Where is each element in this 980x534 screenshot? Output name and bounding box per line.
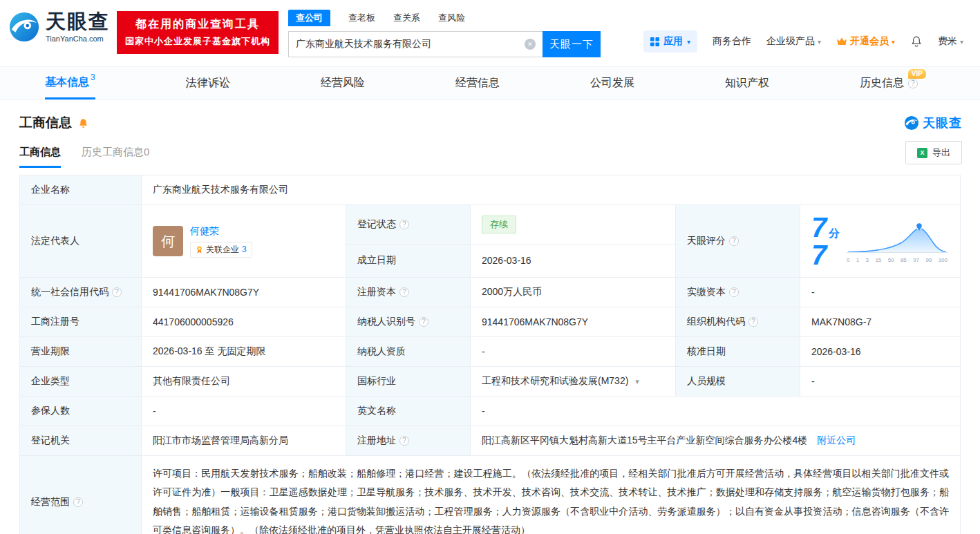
clear-icon[interactable]: ✕	[525, 39, 536, 50]
score-number: 77 分	[811, 213, 840, 269]
chart-tick: 97	[913, 257, 919, 263]
staff-size-value-cell: -	[800, 367, 961, 397]
help-icon[interactable]: ?	[748, 317, 758, 327]
nav-enterprise[interactable]: 企业级产品 ▾	[766, 35, 821, 48]
tab-intellectual-property[interactable]: 知识产权	[725, 67, 769, 99]
field-label: 注册资本	[357, 286, 396, 297]
help-icon[interactable]: ?	[729, 236, 739, 246]
subtab-business-registration[interactable]: 工商信息	[19, 137, 61, 168]
company-tab-bar: 基本信息 3 法律诉讼 经营风险 经营信息 公司发展 知识产权 历史信息 ? V…	[0, 66, 980, 100]
logo-domain: TianYanCha.com	[46, 35, 110, 43]
tianyancha-logo[interactable]: 天眼查 TianYanCha.com	[8, 11, 110, 43]
nav-user-label: 费米	[938, 35, 957, 48]
field-value: 91441706MAK7N08G7Y	[153, 287, 259, 298]
field-value: -	[811, 376, 815, 387]
field-value: 2026-03-16	[811, 346, 861, 357]
avatar[interactable]: 何	[153, 226, 183, 256]
field-label: 纳税人资质	[357, 345, 406, 356]
notifications-bell-icon[interactable]	[910, 35, 923, 48]
chevron-down-icon: ▾	[960, 38, 963, 46]
tab-history-info-label: 历史信息	[860, 76, 904, 90]
related-count: 3	[242, 245, 247, 254]
field-label: 英文名称	[357, 405, 396, 416]
chart-tick: 3	[866, 257, 869, 263]
chevron-down-icon: ▾	[892, 38, 895, 46]
search-input[interactable]	[296, 39, 525, 50]
related-companies-badge[interactable]: 关联企业 3	[190, 242, 252, 258]
search-tab-relation[interactable]: 查关系	[393, 10, 420, 26]
field-label: 组织机构代码	[687, 316, 745, 327]
tab-basic-info[interactable]: 基本信息 3	[45, 67, 95, 99]
chevron-down-icon[interactable]: ▾	[635, 377, 639, 385]
tab-history-info[interactable]: 历史信息 ? VIP	[860, 67, 918, 99]
reg-status-value-cell: 存续	[471, 205, 676, 245]
help-icon[interactable]: ?	[399, 436, 409, 446]
credit-code-label-cell: 统一社会信用代码?	[20, 278, 142, 307]
field-label: 企业类型	[31, 375, 70, 386]
help-icon[interactable]: ?	[73, 497, 83, 507]
business-term-value-cell: 2026-03-16 至 无固定期限	[142, 337, 346, 367]
chart-tick: 0	[847, 257, 849, 263]
table-row: 经营范围? 许可项目：民用航天发射技术服务；船舶改装；船舶修理；港口经营；建设工…	[20, 456, 961, 534]
apps-menu[interactable]: 应用 ▾	[643, 30, 697, 53]
field-value: 91441706MAK7N08G7Y	[482, 316, 588, 327]
business-scope-text: 许可项目：民用航天发射技术服务；船舶改装；船舶修理；港口经营；建设工程施工。（依…	[153, 464, 949, 534]
field-value: 其他有限责任公司	[153, 375, 230, 386]
help-icon[interactable]: ?	[399, 220, 409, 229]
help-icon[interactable]: ?	[729, 287, 739, 297]
crown-icon	[836, 37, 847, 46]
tab-legal[interactable]: 法律诉讼	[186, 67, 230, 99]
help-icon[interactable]: ?	[399, 287, 409, 297]
nav-cooperation[interactable]: 商务合作	[713, 35, 751, 48]
search-button[interactable]: 天眼一下	[543, 31, 601, 57]
search-tab-risk[interactable]: 查风险	[438, 10, 465, 26]
field-label: 登记机关	[31, 435, 70, 446]
field-value: MAK7N08G-7	[811, 316, 871, 327]
staff-size-label-cell: 人员规模	[676, 367, 800, 397]
tab-company-development[interactable]: 公司发展	[590, 67, 634, 99]
field-label: 统一社会信用代码	[31, 286, 109, 297]
nav-open-vip[interactable]: 开通会员 ▾	[836, 35, 895, 48]
table-row: 法定代表人 何 何健荣 关联企业 3 登记状态? 存续 天眼评分?	[20, 205, 961, 245]
tianyancha-logo-icon	[8, 11, 40, 43]
subtab-history-registration[interactable]: 历史工商信息0	[82, 137, 149, 168]
logo-name: 天眼查	[46, 11, 110, 33]
score-value-cell: 77 分 0 1 3 15	[800, 205, 961, 278]
tianyancha-watermark-icon	[904, 115, 919, 131]
industry-value-cell: 工程和技术研究和试验发展(M732) ▾	[471, 367, 676, 397]
field-value: 阳江市市场监督管理局高新分局	[153, 435, 288, 446]
tab-business-info[interactable]: 经营信息	[455, 67, 500, 99]
search-tab-boss[interactable]: 查老板	[348, 10, 375, 26]
help-icon[interactable]: ?	[112, 287, 122, 297]
business-info-table: 企业名称 广东商业航天技术服务有限公司 法定代表人 何 何健荣 关联企业 3 登…	[19, 175, 961, 534]
search-tab-company[interactable]: 查公司	[288, 10, 330, 26]
legal-rep-link[interactable]: 何健荣	[190, 225, 219, 238]
help-icon[interactable]: ?	[908, 79, 918, 88]
english-name-value-cell: -	[471, 397, 961, 426]
watermark-logo: 天眼查	[904, 115, 962, 131]
insured-value-cell: -	[142, 397, 346, 426]
help-icon[interactable]: ?	[419, 317, 428, 327]
field-label: 实缴资本	[687, 286, 726, 297]
apps-label: 应用	[663, 35, 683, 48]
tab-operation-risk[interactable]: 经营风险	[321, 67, 365, 99]
promo-banner: 都在用的商业查询工具 国家中小企业发展子基金旗下机构	[117, 11, 279, 54]
industry-value: 工程和技术研究和试验发展(M732)	[482, 375, 628, 386]
table-row: 参保人数 - 英文名称 -	[20, 397, 961, 426]
score-label-cell: 天眼评分?	[676, 205, 800, 278]
field-value: 2026-03-16	[482, 255, 531, 266]
establish-date-label-cell: 成立日期	[346, 244, 471, 277]
excel-icon: X	[917, 148, 927, 158]
paid-capital-value-cell: -	[800, 278, 961, 307]
watermark-label: 天眼查	[923, 115, 962, 131]
reg-authority-value-cell: 阳江市市场监督管理局高新分局	[142, 426, 346, 456]
nav-user[interactable]: 费米 ▾	[938, 35, 963, 48]
nearby-companies-link[interactable]: 附近公司	[817, 435, 856, 446]
insured-label-cell: 参保人数	[20, 397, 142, 426]
search-row: ✕ 天眼一下	[288, 31, 601, 57]
table-row: 企业名称 广东商业航天技术服务有限公司	[20, 175, 961, 205]
field-label: 法定代表人	[31, 235, 79, 246]
subscribe-bell-icon[interactable]	[77, 117, 89, 129]
tianyan-score: 77 分 0 1 3 15	[811, 213, 949, 269]
export-button[interactable]: X 导出	[905, 141, 962, 164]
